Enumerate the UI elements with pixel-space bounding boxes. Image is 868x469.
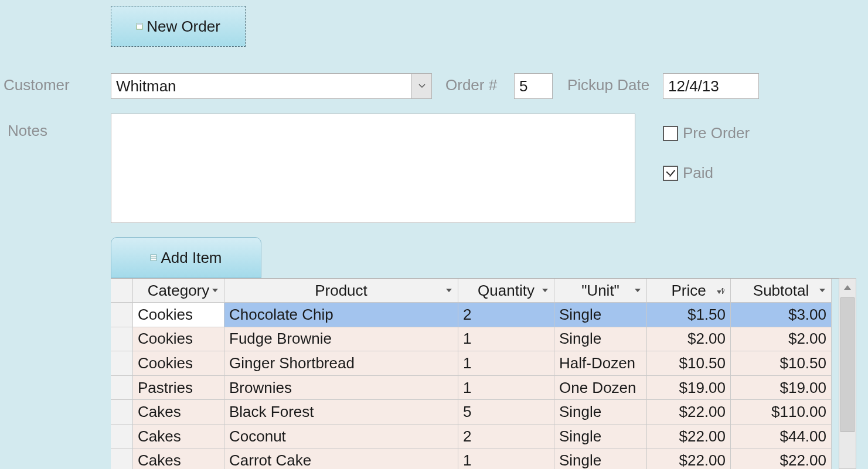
scroll-up-icon[interactable] xyxy=(839,279,856,296)
filter-dropdown-icon[interactable] xyxy=(817,285,828,296)
table-row[interactable]: PastriesBrownies1One Dozen$19.00$19.00 xyxy=(111,376,839,400)
notes-textarea[interactable] xyxy=(111,114,635,223)
table-cell[interactable]: Carrot Cake xyxy=(224,449,458,469)
table-cell[interactable]: Cakes xyxy=(133,449,224,469)
header-unit[interactable]: "Unit" xyxy=(554,279,647,303)
table-cell[interactable]: Cakes xyxy=(133,425,224,449)
svg-rect-2 xyxy=(151,255,156,261)
customer-dropdown-button[interactable] xyxy=(411,74,431,98)
table-cell[interactable]: Chocolate Chip xyxy=(224,303,458,327)
table-cell[interactable]: Single xyxy=(554,400,647,425)
order-number-value: 5 xyxy=(519,77,527,95)
table-cell[interactable] xyxy=(111,327,133,352)
table-row[interactable]: CookiesChocolate Chip2Single$1.50$3.00 xyxy=(111,303,839,327)
table-cell[interactable] xyxy=(111,351,133,376)
paid-label: Paid xyxy=(683,164,713,182)
pre-order-row: Pre Order xyxy=(663,124,750,142)
table-cell[interactable]: 5 xyxy=(458,400,554,425)
table-cell[interactable]: 1 xyxy=(458,351,554,376)
table-row[interactable]: CakesCoconut2Single$22.00$44.00 xyxy=(111,425,839,449)
table-cell[interactable]: $10.50 xyxy=(647,351,731,376)
table-row[interactable]: CookiesGinger Shortbread1Half-Dozen$10.5… xyxy=(111,351,839,376)
sort-asc-icon[interactable] xyxy=(715,285,727,296)
filter-dropdown-icon[interactable] xyxy=(444,285,454,296)
table-cell[interactable]: Cookies xyxy=(133,303,224,327)
table-cell[interactable]: Single xyxy=(554,449,647,469)
table-cell[interactable] xyxy=(111,400,133,425)
table-cell[interactable]: 1 xyxy=(458,376,554,400)
table-cell[interactable]: Cookies xyxy=(133,327,224,352)
table-cell[interactable]: One Dozen xyxy=(554,376,647,400)
filter-dropdown-icon[interactable] xyxy=(210,285,220,296)
table-cell[interactable]: Fudge Brownie xyxy=(224,327,458,352)
items-table: Category Product Quantity "Unit" Price xyxy=(111,278,839,469)
table-cell[interactable]: Single xyxy=(554,327,647,352)
table-cell[interactable]: $10.50 xyxy=(731,351,832,376)
table-cell[interactable]: $22.00 xyxy=(647,400,731,425)
svg-rect-1 xyxy=(137,23,142,25)
table-cell[interactable]: $44.00 xyxy=(731,425,832,449)
table-cell[interactable] xyxy=(111,376,133,400)
header-price[interactable]: Price xyxy=(647,279,731,303)
add-item-button[interactable]: Add Item xyxy=(111,237,261,278)
customer-select[interactable]: Whitman xyxy=(111,73,432,99)
row-selector-header[interactable] xyxy=(111,279,133,303)
header-quantity[interactable]: Quantity xyxy=(458,279,554,303)
table-cell[interactable]: 1 xyxy=(458,449,554,469)
table-cell[interactable]: $3.00 xyxy=(731,303,832,327)
table-cell[interactable]: Brownies xyxy=(224,376,458,400)
paid-checkbox[interactable] xyxy=(663,166,678,181)
notes-label: Notes xyxy=(8,122,47,140)
svg-marker-8 xyxy=(635,289,641,292)
table-cell[interactable]: $2.00 xyxy=(647,327,731,352)
paid-row: Paid xyxy=(663,164,713,182)
header-quantity-label: Quantity xyxy=(478,282,535,300)
table-cell[interactable]: Half-Dozen xyxy=(554,351,647,376)
table-cell[interactable]: Cookies xyxy=(133,351,224,376)
table-cell[interactable]: Single xyxy=(554,303,647,327)
table-cell[interactable]: $19.00 xyxy=(647,376,731,400)
table-cell[interactable]: 2 xyxy=(458,425,554,449)
order-number-input[interactable]: 5 xyxy=(514,73,553,99)
filter-dropdown-icon[interactable] xyxy=(540,285,550,296)
svg-marker-12 xyxy=(819,289,825,292)
filter-dropdown-icon[interactable] xyxy=(632,285,643,296)
table-row[interactable]: CookiesFudge Brownie1Single$2.00$2.00 xyxy=(111,327,839,352)
table-cell[interactable] xyxy=(111,449,133,469)
table-cell[interactable]: Single xyxy=(554,425,647,449)
table-cell[interactable]: $110.00 xyxy=(731,400,832,425)
table-cell[interactable]: 1 xyxy=(458,327,554,352)
header-product[interactable]: Product xyxy=(224,279,458,303)
table-row[interactable]: CakesBlack Forest5Single$22.00$110.00 xyxy=(111,400,839,425)
svg-marker-9 xyxy=(717,290,721,294)
table-cell[interactable] xyxy=(111,425,133,449)
add-item-icon xyxy=(150,254,157,261)
table-cell[interactable]: Pastries xyxy=(133,376,224,400)
header-subtotal-label: Subtotal xyxy=(753,282,809,300)
table-cell[interactable]: $1.50 xyxy=(647,303,731,327)
scrollbar-thumb[interactable] xyxy=(840,297,855,432)
table-cell[interactable]: Ginger Shortbread xyxy=(224,351,458,376)
pickup-date-input[interactable]: 12/4/13 xyxy=(663,73,759,99)
order-number-label: Order # xyxy=(445,76,497,94)
header-category[interactable]: Category xyxy=(133,279,224,303)
header-category-label: Category xyxy=(148,282,210,300)
table-cell[interactable]: $22.00 xyxy=(731,449,832,469)
table-cell[interactable]: 2 xyxy=(458,303,554,327)
table-cell[interactable]: $2.00 xyxy=(731,327,832,352)
pre-order-checkbox[interactable] xyxy=(663,126,678,141)
table-cell[interactable]: $22.00 xyxy=(647,425,731,449)
header-subtotal[interactable]: Subtotal xyxy=(731,279,832,303)
header-product-label: Product xyxy=(315,282,367,300)
vertical-scrollbar[interactable] xyxy=(839,278,856,469)
table-row[interactable]: CakesCarrot Cake1Single$22.00$22.00 xyxy=(111,449,839,469)
table-cell[interactable]: Coconut xyxy=(224,425,458,449)
table-cell[interactable]: $22.00 xyxy=(647,449,731,469)
table-cell[interactable] xyxy=(111,303,133,327)
new-order-label: New Order xyxy=(147,18,220,36)
table-cell[interactable]: $19.00 xyxy=(731,376,832,400)
table-cell[interactable]: Cakes xyxy=(133,400,224,425)
new-order-button[interactable]: New Order xyxy=(111,6,246,47)
header-unit-label: "Unit" xyxy=(581,282,619,300)
table-cell[interactable]: Black Forest xyxy=(224,400,458,425)
